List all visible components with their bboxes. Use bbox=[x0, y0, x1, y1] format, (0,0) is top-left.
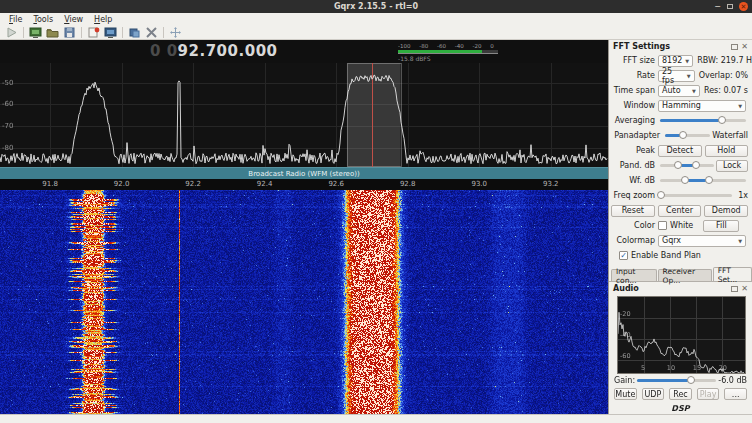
panadapter-label: Panadapter bbox=[611, 131, 663, 140]
frequency-strip: 0 092.700.000 -100-80-60-40-200 -15.8 dB… bbox=[0, 40, 608, 63]
frequency-tick-label: 92.0 bbox=[114, 180, 130, 188]
meter-tick-label: -40 bbox=[455, 42, 464, 48]
chevron-down-icon: ▼ bbox=[735, 103, 742, 109]
peak-hold-button[interactable]: Hold bbox=[705, 145, 749, 157]
close-icon[interactable]: ✕ bbox=[741, 43, 748, 51]
lock-button[interactable]: Lock bbox=[716, 160, 748, 172]
band-plan-bar[interactable]: Broadcast Radio (WFM (stereo)) bbox=[0, 167, 608, 179]
pan-waterfall-split-slider[interactable] bbox=[665, 130, 710, 141]
colormap-select[interactable]: Gqrx▼ bbox=[658, 235, 746, 247]
tools-icon[interactable] bbox=[144, 26, 159, 39]
rate-select[interactable]: 25 fps▼ bbox=[658, 70, 695, 82]
gain-label: Gain: bbox=[614, 376, 635, 385]
start-dsp-icon[interactable] bbox=[4, 26, 19, 39]
toolbar bbox=[0, 26, 752, 40]
meter-tick-label: 0 bbox=[490, 42, 494, 48]
audio-spectrum-canvas bbox=[617, 296, 746, 374]
window-icon[interactable] bbox=[127, 26, 142, 39]
frequency-tick-label: 93.0 bbox=[471, 180, 487, 188]
iq-display-icon[interactable] bbox=[28, 26, 43, 39]
white-checkbox[interactable] bbox=[658, 221, 667, 230]
tab-receiver-options[interactable]: Receiver Op... bbox=[658, 269, 712, 281]
waterfall-canvas[interactable] bbox=[0, 190, 608, 414]
restore-icon[interactable] bbox=[727, 4, 733, 9]
pand-db-label: Pand. dB bbox=[611, 161, 658, 170]
fft-size-select[interactable]: 8192▼ bbox=[658, 55, 693, 67]
minimize-icon[interactable]: − bbox=[714, 3, 721, 11]
close-icon[interactable]: ✕ bbox=[739, 2, 748, 11]
menu-help[interactable]: Help bbox=[90, 15, 116, 24]
center-icon[interactable] bbox=[168, 26, 183, 39]
averaging-slider[interactable] bbox=[660, 115, 746, 126]
fft-settings-dock-title[interactable]: FFT Settings ✕ bbox=[609, 40, 752, 53]
status-bar bbox=[0, 414, 752, 423]
center-button[interactable]: Center bbox=[658, 205, 702, 217]
title-bar[interactable]: Gqrx 2.15.5 - rtl=0 − ✕ bbox=[0, 0, 752, 13]
gain-value: -6.0 dB bbox=[718, 376, 747, 385]
window-label: Window bbox=[611, 101, 658, 110]
float-icon[interactable] bbox=[731, 44, 738, 50]
overlap-value: Overlap: 0% bbox=[699, 71, 748, 80]
timespan-value: Auto bbox=[662, 86, 681, 95]
udp-button[interactable]: UDP bbox=[642, 388, 665, 400]
toolbar-separator bbox=[122, 27, 123, 38]
bookmark-icon[interactable] bbox=[86, 26, 101, 39]
tab-fft-settings[interactable]: FFT Set... bbox=[713, 267, 752, 281]
mute-button[interactable]: Mute bbox=[614, 388, 637, 400]
waterfall-db-range-slider[interactable] bbox=[660, 175, 746, 186]
frequency-tick-label: 92.8 bbox=[400, 180, 416, 188]
reset-button[interactable]: Reset bbox=[611, 205, 655, 217]
meter-tick-label: -20 bbox=[472, 42, 481, 48]
demod-button[interactable]: Demod bbox=[704, 205, 748, 217]
menu-tools[interactable]: Tools bbox=[29, 15, 57, 24]
meter-tick-label: -100 bbox=[398, 42, 411, 48]
chevron-down-icon: ▼ bbox=[684, 73, 691, 79]
colormap-value: Gqrx bbox=[662, 236, 681, 245]
frequency-tick-label: 92.2 bbox=[185, 180, 201, 188]
chevron-down-icon: ▼ bbox=[689, 88, 696, 94]
gain-slider[interactable] bbox=[637, 375, 716, 386]
close-icon[interactable]: ✕ bbox=[741, 285, 748, 293]
float-icon[interactable] bbox=[731, 286, 738, 292]
pandapter-db-range-slider[interactable] bbox=[660, 160, 714, 171]
peak-label: Peak bbox=[611, 146, 658, 155]
audio-dock-title[interactable]: Audio ✕ bbox=[609, 282, 752, 295]
toolbar-separator bbox=[81, 27, 82, 38]
frequency-display[interactable]: 0 092.700.000 bbox=[150, 42, 278, 60]
toolbar-separator bbox=[163, 27, 164, 38]
fft-settings-title: FFT Settings bbox=[613, 42, 670, 51]
toolbar-separator bbox=[23, 27, 24, 38]
meter-value: -15.8 dBFS bbox=[398, 55, 498, 62]
chevron-down-icon: ▼ bbox=[682, 58, 689, 64]
meter-scale: -100-80-60-40-200 bbox=[398, 42, 494, 48]
res-value: Res: 0.07 s bbox=[704, 86, 748, 95]
dsp-button[interactable]: DSP bbox=[609, 402, 752, 414]
menu-bar: File Tools View Help bbox=[0, 13, 752, 26]
gain-row: Gain: -6.0 dB bbox=[609, 374, 752, 387]
open-folder-icon[interactable] bbox=[45, 26, 60, 39]
color-label: Color bbox=[611, 221, 658, 230]
save-icon[interactable] bbox=[62, 26, 77, 39]
window-select[interactable]: Hamming▼ bbox=[658, 100, 746, 112]
spectrum-area: 0 092.700.000 -100-80-60-40-200 -15.8 dB… bbox=[0, 40, 608, 414]
play-button[interactable]: Play bbox=[697, 388, 720, 400]
more-button[interactable]: ... bbox=[724, 388, 747, 400]
timespan-select[interactable]: Auto▼ bbox=[658, 85, 700, 97]
freq-zoom-slider[interactable] bbox=[660, 190, 732, 201]
fft-size-value: 8192 bbox=[662, 56, 682, 65]
wf-db-label: Wf. dB bbox=[611, 176, 658, 185]
audio-title: Audio bbox=[613, 284, 639, 293]
menu-view[interactable]: View bbox=[60, 15, 87, 24]
display-icon[interactable] bbox=[103, 26, 118, 39]
timespan-label: Time span bbox=[611, 86, 658, 95]
enable-band-plan-checkbox[interactable] bbox=[619, 251, 628, 260]
peak-detect-button[interactable]: Detect bbox=[658, 145, 702, 157]
frequency-digits: 92.700.000 bbox=[178, 42, 278, 60]
tab-input-controls[interactable]: Input con... bbox=[611, 269, 657, 281]
rec-button[interactable]: Rec bbox=[669, 388, 692, 400]
panadapter-plot-canvas[interactable] bbox=[0, 63, 608, 167]
window-title: Gqrx 2.15.5 - rtl=0 bbox=[334, 2, 418, 11]
menu-file[interactable]: File bbox=[5, 15, 26, 24]
frequency-scale[interactable]: 91.892.092.292.492.692.893.093.2 bbox=[0, 179, 608, 190]
fill-button[interactable]: Fill bbox=[703, 220, 739, 232]
